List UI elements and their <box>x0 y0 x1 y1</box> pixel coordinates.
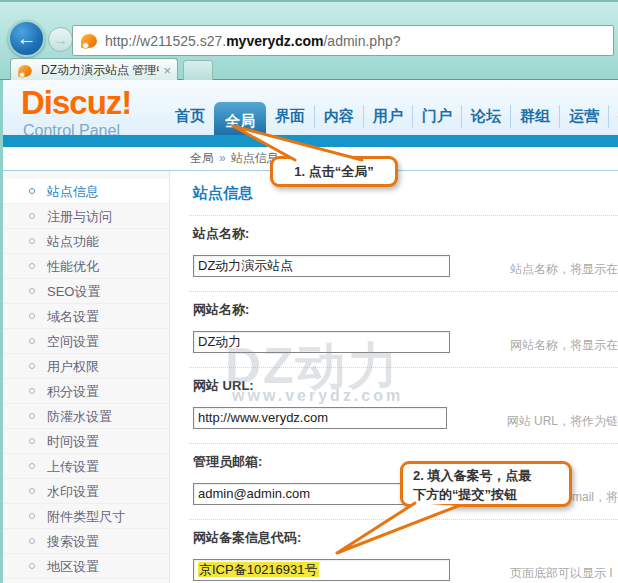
settings-sidebar: 站点信息 注册与访问 站点功能 性能优化 SEO设置 域名设置 空间设置 用户权… <box>3 171 170 583</box>
bullet-icon <box>29 438 35 444</box>
bullet-icon <box>29 263 35 269</box>
nav-underline-bar <box>3 135 618 147</box>
page-title: 站点信息 <box>193 183 618 203</box>
sidebar-item-region[interactable]: 地区设置 <box>3 554 169 579</box>
nav-tab-users[interactable]: 用户 <box>363 105 412 128</box>
bullet-icon <box>29 338 35 344</box>
bullet-icon <box>29 488 35 494</box>
site-favicon-icon <box>81 34 97 48</box>
website-name-input[interactable]: DZ动力 <box>193 331 450 353</box>
sidebar-item-credits[interactable]: 积分设置 <box>3 379 169 404</box>
highlighted-value: 京ICP备10216931号 <box>198 562 319 577</box>
nav-tab-plugins[interactable]: 插件 <box>608 105 618 128</box>
sidebar-item-performance[interactable]: 性能优化 <box>3 254 169 279</box>
callout-step2: 2. 填入备案号，点最 下方的“提交”按钮 <box>400 461 572 507</box>
sidebar-item-time[interactable]: 时间设置 <box>3 429 169 454</box>
forward-icon: → <box>54 32 68 48</box>
site-name-input[interactable]: DZ动力演示站点 <box>193 255 450 277</box>
bullet-icon <box>29 213 35 219</box>
admin-email-input[interactable]: admin@admin.com <box>193 483 431 505</box>
tab-favicon-icon <box>18 65 32 77</box>
divider <box>189 443 618 444</box>
back-icon: ← <box>17 27 37 50</box>
sidebar-item-seo[interactable]: SEO设置 <box>3 279 169 304</box>
field-hint: 页面底部可以显示 I 在页面底部，如果没 <box>510 559 618 583</box>
sidebar-item-space[interactable]: 空间设置 <box>3 329 169 354</box>
icp-code-input[interactable]: 京ICP备10216931号 <box>193 559 450 581</box>
nav-tab-content[interactable]: 内容 <box>314 105 363 128</box>
breadcrumb-separator: » <box>219 151 226 165</box>
sidebar-item-register-access[interactable]: 注册与访问 <box>3 204 169 229</box>
logo-text: Discuz! <box>21 86 131 120</box>
callout-step1: 1. 点击“全局” <box>270 156 398 187</box>
bullet-icon <box>29 238 35 244</box>
browser-chrome: ← → http://w211525.s27.myverydz.com/admi… <box>0 0 618 80</box>
bullet-icon <box>29 388 35 394</box>
address-bar[interactable]: http://w211525.s27.myverydz.com/admin.ph… <box>72 25 614 56</box>
bullet-icon <box>29 513 35 519</box>
field-label: 站点名称: <box>193 225 618 243</box>
nav-tab-forum[interactable]: 论坛 <box>461 105 510 128</box>
url-text: http://w211525.s27.myverydz.com/admin.ph… <box>105 33 401 49</box>
field-group: 站点名称: DZ动力演示站点 站点名称，将显示在 <box>173 215 618 279</box>
browser-tab[interactable]: DZ动力演示站点 管理中心 ... × <box>10 58 178 82</box>
divider <box>189 519 618 520</box>
field-group: 网站 URL: http://www.verydz.com 网站 URL，将作为… <box>173 367 618 431</box>
nav-tab-global[interactable]: 全局 <box>214 102 266 135</box>
nav-tab-interface[interactable]: 界面 <box>266 105 314 128</box>
nav-tab-portal[interactable]: 门户 <box>412 105 461 128</box>
field-label: 网站名称: <box>193 301 618 319</box>
nav-tab-operation[interactable]: 运营 <box>559 105 608 128</box>
divider <box>189 367 618 368</box>
field-label: 网站备案信息代码: <box>193 529 618 547</box>
back-button[interactable]: ← <box>8 20 45 57</box>
browser-window: ← → http://w211525.s27.myverydz.com/admi… <box>0 0 618 583</box>
tab-title: DZ动力演示站点 管理中心 ... <box>41 62 159 79</box>
sidebar-item-domain[interactable]: 域名设置 <box>3 304 169 329</box>
divider <box>189 215 618 216</box>
sidebar-item-attachment-type[interactable]: 附件类型尺寸 <box>3 504 169 529</box>
discuz-logo: Discuz! Control Panel <box>21 86 131 140</box>
top-nav: 首页 全局 界面 内容 用户 门户 论坛 群组 运营 插件 工具 云平台 <box>166 80 618 135</box>
bullet-icon <box>29 363 35 369</box>
sidebar-item-site-info[interactable]: 站点信息 <box>3 179 169 204</box>
bullet-icon <box>29 188 35 194</box>
breadcrumb-section[interactable]: 全局 <box>190 151 214 165</box>
field-label: 网站 URL: <box>193 377 618 395</box>
nav-tab-group[interactable]: 群组 <box>510 105 559 128</box>
sidebar-item-antispam[interactable]: 防灌水设置 <box>3 404 169 429</box>
bullet-icon <box>29 288 35 294</box>
sidebar-item-search[interactable]: 搜索设置 <box>3 529 169 554</box>
forward-button[interactable]: → <box>48 27 73 52</box>
bullet-icon <box>29 413 35 419</box>
website-url-input[interactable]: http://www.verydz.com <box>193 407 447 429</box>
field-group: 网站名称: DZ动力 网站名称，将显示在 <box>173 291 618 355</box>
tab-close-icon[interactable]: × <box>163 64 171 77</box>
sidebar-item-upload[interactable]: 上传设置 <box>3 454 169 479</box>
sidebar-item-watermark[interactable]: 水印设置 <box>3 479 169 504</box>
divider <box>189 291 618 292</box>
bullet-icon <box>29 313 35 319</box>
page-header: Discuz! Control Panel 首页 全局 界面 内容 用户 门户 … <box>3 80 618 147</box>
main-content: 站点信息 站点名称: DZ动力演示站点 站点名称，将显示在 网站名称: DZ动力… <box>173 171 618 583</box>
field-hint: 网站 URL，将作为链 <box>507 407 618 431</box>
field-group: 网站备案信息代码: 京ICP备10216931号 页面底部可以显示 I 在页面底… <box>173 519 618 583</box>
bullet-icon <box>29 538 35 544</box>
bullet-icon <box>29 563 35 569</box>
sidebar-item-user-permission[interactable]: 用户权限 <box>3 354 169 379</box>
field-hint: 站点名称，将显示在 <box>510 255 618 279</box>
nav-tab-home[interactable]: 首页 <box>166 105 214 128</box>
new-tab-button[interactable] <box>183 60 213 82</box>
sidebar-item-site-features[interactable]: 站点功能 <box>3 229 169 254</box>
bullet-icon <box>29 463 35 469</box>
field-hint: 网站名称，将显示在 <box>510 331 618 355</box>
